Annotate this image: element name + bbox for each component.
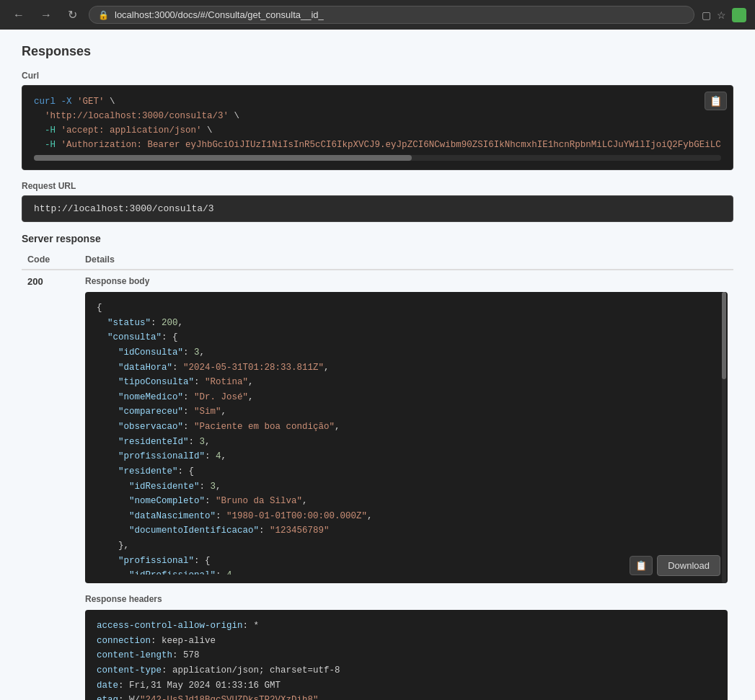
address-bar[interactable]: 🔒 localhost:3000/docs/#/Consulta/get_con… bbox=[89, 6, 694, 24]
back-button[interactable]: ← bbox=[9, 7, 29, 23]
request-url-label: Request URL bbox=[22, 181, 733, 191]
headers-block: access-control-allow-origin: * connectio… bbox=[85, 610, 728, 700]
reload-button[interactable]: ↻ bbox=[63, 6, 81, 23]
url-text: localhost:3000/docs/#/Consulta/get_consu… bbox=[115, 9, 324, 20]
forward-button[interactable]: → bbox=[36, 7, 56, 23]
curl-label: Curl bbox=[22, 71, 733, 81]
json-actions: 📋 Download bbox=[630, 555, 720, 576]
col-details: Details bbox=[79, 250, 733, 270]
server-response-label: Server response bbox=[22, 233, 733, 244]
request-url-box: http://localhost:3000/consulta/3 bbox=[22, 195, 733, 222]
json-scrollbar-thumb bbox=[722, 292, 726, 379]
browser-chrome: ← → ↻ 🔒 localhost:3000/docs/#/Consulta/g… bbox=[0, 0, 755, 30]
responses-title: Responses bbox=[22, 44, 733, 59]
headers-content: access-control-allow-origin: * connectio… bbox=[97, 619, 716, 700]
curl-content: curl -X 'GET' \ 'http://localhost:3000/c… bbox=[34, 94, 721, 152]
download-button[interactable]: Download bbox=[657, 555, 720, 576]
curl-block: curl -X 'GET' \ 'http://localhost:3000/c… bbox=[22, 85, 733, 170]
json-content: { "status": 200, "consulta": { "idConsul… bbox=[97, 301, 716, 575]
curl-copy-button[interactable]: 📋 bbox=[705, 92, 727, 110]
col-code: Code bbox=[22, 250, 79, 270]
table-row: 200 Response body { "status": 200, "cons… bbox=[22, 270, 733, 700]
response-details-cell: Response body { "status": 200, "consulta… bbox=[79, 270, 733, 700]
response-body-label: Response body bbox=[85, 276, 728, 286]
security-icon: 🔒 bbox=[98, 10, 109, 20]
cast-button[interactable]: ▢ bbox=[702, 9, 711, 21]
response-table: Code Details 200 Response body { "status… bbox=[22, 250, 733, 700]
bookmark-button[interactable]: ☆ bbox=[717, 9, 726, 21]
curl-scrollbar[interactable] bbox=[34, 155, 721, 161]
response-headers-label: Response headers bbox=[85, 594, 728, 604]
json-copy-button[interactable]: 📋 bbox=[630, 556, 653, 575]
response-code: 200 bbox=[22, 270, 79, 700]
json-block: { "status": 200, "consulta": { "idConsul… bbox=[85, 292, 728, 583]
json-scrollbar-v[interactable] bbox=[722, 292, 726, 583]
extension-icon bbox=[732, 8, 746, 22]
page-content: Responses Curl curl -X 'GET' \ 'http://l… bbox=[0, 30, 755, 700]
browser-icons: ▢ ☆ bbox=[702, 8, 746, 22]
curl-scrollbar-thumb bbox=[34, 155, 412, 161]
